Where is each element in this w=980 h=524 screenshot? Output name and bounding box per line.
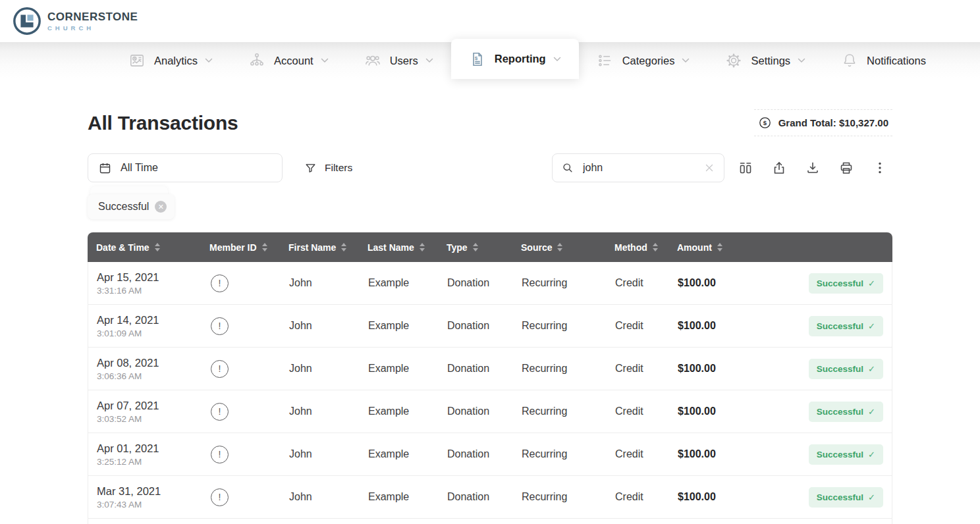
sort-icon <box>420 243 425 251</box>
column-header-last-name[interactable]: Last Name <box>368 242 447 253</box>
cell-source: Recurring <box>522 406 615 417</box>
cell-source: Recurring <box>522 320 615 332</box>
sort-icon <box>473 243 478 251</box>
filters-button[interactable]: Filters <box>300 161 356 175</box>
cell-method: Credit <box>615 406 678 417</box>
chevron-down-icon <box>321 58 329 63</box>
column-header-member-id[interactable]: Member ID <box>209 242 288 253</box>
cell-last-name: Example <box>368 491 447 503</box>
check-icon: ✓ <box>868 492 875 502</box>
cell-last-name: Example <box>368 277 447 289</box>
alert-circle-icon[interactable]: ! <box>211 446 229 463</box>
nav-label: Account <box>274 55 313 67</box>
svg-text:$: $ <box>763 119 767 126</box>
remove-chip-icon[interactable]: ✕ <box>155 201 167 213</box>
cell-last-name: Example <box>368 363 447 375</box>
table-row[interactable]: Apr 14, 2021 3:01:09 AM ! John Example D… <box>88 305 892 348</box>
alert-circle-icon[interactable]: ! <box>211 317 229 335</box>
cell-amount: $100.00 <box>678 448 783 460</box>
cell-member-id: ! <box>210 488 289 506</box>
sort-icon <box>653 243 658 251</box>
date-range-select[interactable]: All Time <box>88 153 283 182</box>
alert-circle-icon[interactable]: ! <box>211 403 229 421</box>
cell-first-name: John <box>289 320 368 332</box>
nav-item-reporting[interactable]: $ Reporting <box>451 39 579 79</box>
nav-label: Analytics <box>154 55 198 67</box>
more-options-button[interactable] <box>867 155 892 180</box>
nav-label: Categories <box>622 55 675 67</box>
cell-type: Donation <box>447 277 522 289</box>
nav-item-notifications[interactable]: Notifications <box>823 42 944 79</box>
cell-source: Recurring <box>522 491 615 503</box>
filters-label: Filters <box>325 162 352 174</box>
cell-amount: $100.00 <box>678 363 783 375</box>
sort-icon <box>262 243 267 251</box>
table-header: Date & Time Member ID First Name Last Na… <box>88 232 892 262</box>
cell-first-name: John <box>289 491 368 503</box>
search-input[interactable] <box>582 161 696 174</box>
column-header-amount[interactable]: Amount <box>677 242 782 253</box>
share-button[interactable] <box>767 155 792 180</box>
svg-text:$: $ <box>474 55 477 61</box>
table-body: Apr 15, 2021 3:31:16 AM ! John Example D… <box>88 262 892 519</box>
account-icon <box>248 52 265 69</box>
sort-icon <box>155 243 160 251</box>
cell-amount: $100.00 <box>678 406 783 417</box>
cell-type: Donation <box>447 320 522 332</box>
column-header-method[interactable]: Method <box>614 242 677 253</box>
cell-member-id: ! <box>210 446 289 463</box>
cell-source: Recurring <box>522 277 615 289</box>
chevron-down-icon <box>682 58 690 63</box>
download-button[interactable] <box>800 155 825 180</box>
column-header-type[interactable]: Type <box>447 242 521 253</box>
table-row[interactable]: Apr 15, 2021 3:31:16 AM ! John Example D… <box>88 262 892 305</box>
chevron-down-icon <box>553 57 561 62</box>
filter-chip-successful[interactable]: Successful ✕ <box>88 194 175 219</box>
check-icon: ✓ <box>868 450 875 459</box>
reporting-icon: $ <box>469 51 486 68</box>
table-row[interactable]: Apr 07, 2021 3:03:52 AM ! John Example D… <box>88 390 892 433</box>
cell-status: Successful ✓ <box>783 487 892 508</box>
alert-circle-icon[interactable]: ! <box>211 360 229 378</box>
column-header-source[interactable]: Source <box>521 242 614 253</box>
table-row[interactable]: Apr 01, 2021 3:25:12 AM ! John Example D… <box>88 433 892 476</box>
print-icon <box>838 160 854 176</box>
clear-x-icon[interactable] <box>703 162 715 174</box>
nav-item-settings[interactable]: Settings <box>707 42 823 79</box>
cell-first-name: John <box>289 406 368 417</box>
table-row[interactable]: Apr 08, 2021 3:06:36 AM ! John Example D… <box>88 348 892 390</box>
cell-amount: $100.00 <box>678 491 783 503</box>
nav-label: Notifications <box>867 55 926 67</box>
columns-button[interactable] <box>733 155 758 180</box>
cell-last-name: Example <box>368 406 447 417</box>
cell-type: Donation <box>447 406 522 417</box>
sort-icon <box>717 243 722 251</box>
cell-type: Donation <box>447 491 522 503</box>
status-badge: Successful ✓ <box>809 487 883 508</box>
print-button[interactable] <box>834 155 859 180</box>
alert-circle-icon[interactable]: ! <box>211 275 229 292</box>
check-icon: ✓ <box>868 278 875 288</box>
cornerstone-logo-mark <box>12 6 42 36</box>
column-header-date-time[interactable]: Date & Time <box>96 242 209 253</box>
cell-member-id: ! <box>210 317 289 335</box>
nav-item-account[interactable]: Account <box>231 42 346 79</box>
brand-logo[interactable]: CORNERSTONE CHURCH <box>12 6 138 36</box>
grand-total-text: Grand Total: $10,327.00 <box>778 117 888 128</box>
check-icon: ✓ <box>868 364 875 374</box>
cell-source: Recurring <box>522 448 615 460</box>
cell-member-id: ! <box>210 275 289 292</box>
nav-item-categories[interactable]: Categories <box>579 42 708 79</box>
cell-status: Successful ✓ <box>783 402 892 422</box>
alert-circle-icon[interactable]: ! <box>211 488 229 506</box>
check-icon: ✓ <box>868 321 875 331</box>
users-icon <box>364 52 381 69</box>
status-badge: Successful ✓ <box>809 273 883 294</box>
cell-type: Donation <box>447 448 522 460</box>
nav-item-analytics[interactable]: Analytics <box>111 42 231 79</box>
column-header-first-name[interactable]: First Name <box>288 242 368 253</box>
chevron-down-icon <box>425 58 433 63</box>
cell-method: Credit <box>615 320 678 332</box>
table-row[interactable]: Mar 31, 2021 3:07:43 AM ! John Example D… <box>88 476 892 519</box>
nav-item-users[interactable]: Users <box>346 42 451 79</box>
